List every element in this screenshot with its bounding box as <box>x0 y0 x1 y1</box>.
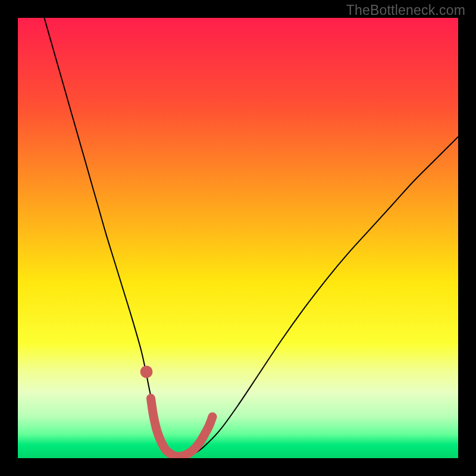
chart-frame: TheBottleneck.com <box>0 0 476 476</box>
bottleneck-chart <box>18 18 458 458</box>
optimal-dot <box>140 366 153 378</box>
watermark-text: TheBottleneck.com <box>346 2 465 18</box>
plot-area <box>18 18 458 458</box>
marker-layer <box>140 366 153 378</box>
gradient-background <box>18 18 458 458</box>
